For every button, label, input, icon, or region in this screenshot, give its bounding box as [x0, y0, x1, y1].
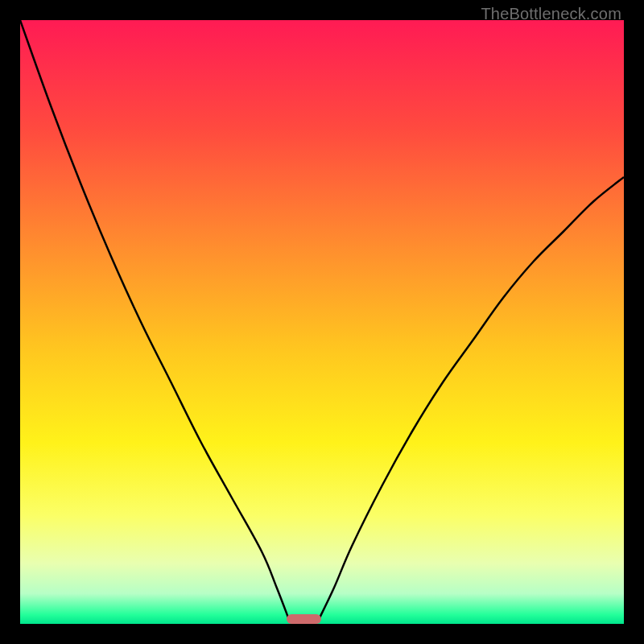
right-branch-path [319, 177, 624, 619]
bottleneck-marker [287, 614, 322, 624]
watermark-text: TheBottleneck.com [481, 5, 621, 23]
chart-frame: TheBottleneck.com [0, 0, 644, 644]
plot-area [20, 20, 624, 624]
left-branch-path [20, 20, 289, 619]
bottleneck-curves [20, 20, 624, 624]
